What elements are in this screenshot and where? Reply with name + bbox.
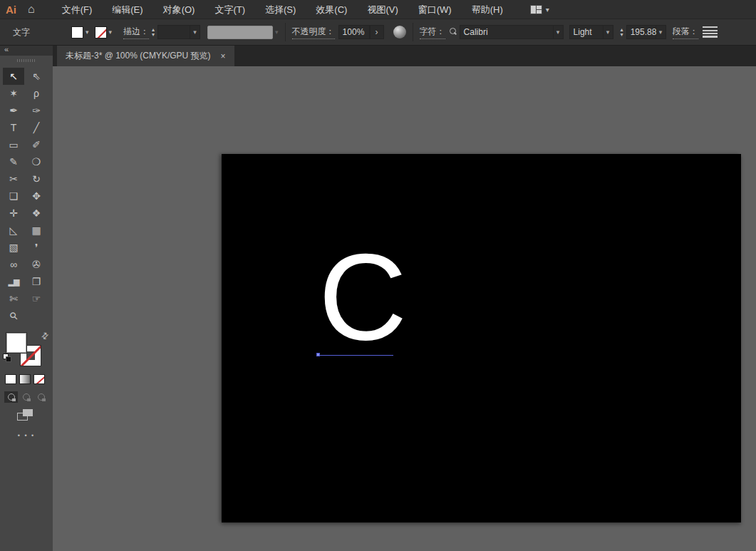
- menu-item-6[interactable]: 视图(V): [357, 0, 408, 19]
- menu-item-7[interactable]: 窗口(W): [408, 0, 462, 19]
- blend-tool[interactable]: ∞: [3, 256, 24, 273]
- paintbrush-tool[interactable]: ✐: [26, 136, 47, 153]
- eyedropper-tool-icon: ❜: [35, 242, 38, 252]
- divider: [285, 23, 286, 41]
- gradient-button[interactable]: [19, 374, 31, 384]
- stroke-weight-stepper[interactable]: ▴ ▾: [152, 27, 155, 37]
- tab-strip: 未标题-3* @ 100% (CMYK/GPU 预览) ×: [53, 46, 756, 66]
- stroke-panel-link[interactable]: 描边：: [123, 26, 149, 39]
- tool-panel-header: «: [0, 46, 53, 56]
- gradient-tool[interactable]: ▧: [3, 239, 24, 256]
- hand-tool-icon: ☞: [32, 294, 41, 304]
- menu-item-2[interactable]: 对象(O): [153, 0, 205, 19]
- draw-behind-mode-button[interactable]: [19, 391, 33, 403]
- font-family-field[interactable]: Calibri: [460, 25, 554, 39]
- slice-tool-icon: ✄: [9, 294, 18, 304]
- text-object[interactable]: C: [319, 240, 411, 354]
- font-size-field[interactable]: 195.88: [626, 25, 656, 39]
- menu-item-4[interactable]: 选择(S): [255, 0, 306, 19]
- draw-behind-mode-icon: [23, 393, 30, 401]
- context-label: 文字: [13, 26, 30, 38]
- color-button[interactable]: [5, 374, 16, 384]
- magic-wand-tool[interactable]: ✶: [3, 85, 24, 102]
- font-size-stepper[interactable]: ▴ ▾: [621, 27, 623, 37]
- artboard-tool[interactable]: ❐: [26, 273, 47, 290]
- line-segment-tool[interactable]: ╱: [26, 119, 47, 136]
- scale-tool-icon: ❏: [9, 191, 19, 201]
- artboard[interactable]: C: [222, 154, 741, 522]
- font-style-field[interactable]: Light: [569, 25, 604, 39]
- text-selection-baseline: [318, 355, 393, 356]
- opacity-field[interactable]: 100%: [338, 25, 370, 39]
- swap-fill-stroke-icon[interactable]: ⇄: [38, 329, 51, 341]
- rotate-tool[interactable]: ↻: [26, 170, 47, 187]
- puppet-warp-tool[interactable]: ✛: [3, 205, 24, 222]
- fill-color-swatch[interactable]: [71, 26, 83, 38]
- symbol-sprayer-tool[interactable]: ✇: [26, 256, 47, 273]
- opacity-expand-button[interactable]: ›: [370, 25, 384, 39]
- hand-tool[interactable]: ☞: [26, 290, 47, 307]
- chevron-down-icon[interactable]: ▾: [604, 25, 613, 39]
- chevron-down-icon[interactable]: ▾: [656, 25, 666, 39]
- app-logo[interactable]: Ai: [6, 4, 16, 16]
- scale-tool[interactable]: ❏: [3, 187, 24, 205]
- direct-selection-tool[interactable]: ⇖: [26, 68, 47, 85]
- selection-anchor-handle[interactable]: [316, 353, 320, 356]
- paragraph-panel-link[interactable]: 段落：: [673, 26, 698, 39]
- lasso-tool[interactable]: ρ: [26, 85, 47, 102]
- menu-item-0[interactable]: 文件(F): [52, 0, 103, 19]
- close-tab-icon[interactable]: ×: [221, 51, 226, 61]
- collapse-panel-icon[interactable]: «: [4, 45, 9, 53]
- font-search-icon[interactable]: [449, 28, 457, 36]
- character-panel-link[interactable]: 字符：: [420, 26, 445, 39]
- zoom-tool[interactable]: ⚲: [3, 307, 24, 324]
- shaper-tool[interactable]: ✎: [3, 153, 24, 170]
- free-transform-tool[interactable]: ✥: [26, 187, 47, 205]
- align-left-icon[interactable]: [703, 26, 718, 38]
- chevron-down-icon[interactable]: ▾: [86, 29, 89, 36]
- mesh-tool[interactable]: ▦: [26, 222, 47, 239]
- scissors-tool-icon: ✂: [9, 174, 18, 184]
- slice-tool[interactable]: ✄: [3, 290, 24, 307]
- stepper-down-icon[interactable]: ▾: [621, 32, 623, 37]
- type-tool-icon: T: [11, 123, 17, 133]
- chevron-down-icon[interactable]: ▾: [190, 25, 200, 39]
- perspective-grid-tool[interactable]: ◺: [3, 222, 24, 239]
- canvas-area[interactable]: C: [53, 66, 756, 551]
- menu-item-3[interactable]: 文字(T): [204, 0, 255, 19]
- menu-item-5[interactable]: 效果(C): [306, 0, 357, 19]
- live-paint-bucket-tool[interactable]: ❖: [26, 205, 47, 222]
- selection-tool[interactable]: ↖: [3, 68, 24, 85]
- home-icon[interactable]: ⌂: [28, 3, 35, 16]
- scissors-tool[interactable]: ✂: [3, 170, 24, 187]
- document-tab[interactable]: 未标题-3* @ 100% (CMYK/GPU 预览) ×: [57, 46, 234, 66]
- type-tool[interactable]: T: [3, 119, 24, 136]
- stroke-color-swatch[interactable]: [95, 26, 107, 38]
- fill-swatch[interactable]: [6, 332, 27, 354]
- edit-toolbar-icon[interactable]: • • •: [18, 432, 35, 439]
- puppet-warp-tool-icon: ✛: [9, 208, 18, 218]
- opacity-panel-link[interactable]: 不透明度：: [292, 26, 335, 39]
- chevron-down-icon: ▾: [546, 6, 549, 14]
- chevron-down-icon[interactable]: ▾: [554, 25, 564, 39]
- default-fill-stroke-icon[interactable]: [3, 354, 13, 364]
- rectangle-tool[interactable]: ▭: [3, 136, 24, 153]
- menu-item-1[interactable]: 编辑(E): [102, 0, 152, 19]
- draw-normal-mode-button[interactable]: [4, 391, 18, 403]
- curvature-tool[interactable]: ✑: [26, 102, 47, 119]
- chevron-down-icon[interactable]: ▾: [109, 29, 113, 36]
- recolor-artwork-icon[interactable]: [393, 26, 406, 38]
- menu-item-8[interactable]: 帮助(H): [462, 0, 513, 19]
- blend-tool-icon: ∞: [10, 259, 17, 269]
- stroke-weight-field[interactable]: [157, 25, 190, 39]
- eraser-tool[interactable]: ❍: [26, 153, 47, 170]
- none-button[interactable]: [33, 374, 45, 384]
- draw-inside-mode-button[interactable]: [34, 391, 48, 403]
- eyedropper-tool[interactable]: ❜: [26, 239, 47, 256]
- panel-grip[interactable]: [17, 59, 36, 62]
- screen-mode-button[interactable]: [17, 409, 34, 422]
- pen-tool[interactable]: ✒: [3, 102, 24, 119]
- stepper-down-icon[interactable]: ▾: [152, 32, 155, 37]
- column-graph-tool[interactable]: ▂▆: [3, 273, 24, 290]
- workspace-switcher[interactable]: ▾: [530, 5, 549, 14]
